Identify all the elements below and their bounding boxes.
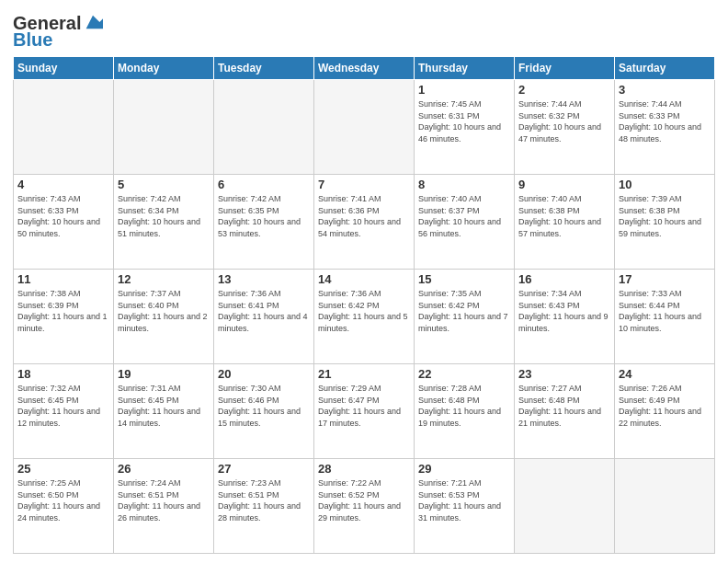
day-number: 9 xyxy=(518,178,610,191)
day-info: Sunrise: 7:26 AM Sunset: 6:49 PM Dayligh… xyxy=(619,383,711,429)
calendar-cell: 3Sunrise: 7:44 AM Sunset: 6:33 PM Daylig… xyxy=(615,80,715,175)
day-info: Sunrise: 7:28 AM Sunset: 6:48 PM Dayligh… xyxy=(418,383,510,429)
calendar-cell: 22Sunrise: 7:28 AM Sunset: 6:48 PM Dayli… xyxy=(415,364,515,459)
calendar-cell: 28Sunrise: 7:22 AM Sunset: 6:52 PM Dayli… xyxy=(314,459,415,554)
day-of-week-header: Saturday xyxy=(615,57,715,80)
day-number: 17 xyxy=(619,272,711,286)
calendar-cell: 10Sunrise: 7:39 AM Sunset: 6:38 PM Dayli… xyxy=(615,175,715,270)
calendar-cell: 11Sunrise: 7:38 AM Sunset: 6:39 PM Dayli… xyxy=(14,270,114,364)
day-number: 12 xyxy=(118,272,210,286)
day-number: 25 xyxy=(17,462,109,476)
calendar-cell xyxy=(214,80,314,175)
day-number: 26 xyxy=(118,462,210,476)
calendar-cell: 5Sunrise: 7:42 AM Sunset: 6:34 PM Daylig… xyxy=(114,175,214,270)
calendar-cell: 24Sunrise: 7:26 AM Sunset: 6:49 PM Dayli… xyxy=(615,364,715,459)
day-of-week-header: Tuesday xyxy=(214,57,314,80)
calendar-cell: 18Sunrise: 7:32 AM Sunset: 6:45 PM Dayli… xyxy=(14,364,114,459)
day-info: Sunrise: 7:38 AM Sunset: 6:39 PM Dayligh… xyxy=(17,288,109,334)
calendar-cell: 17Sunrise: 7:33 AM Sunset: 6:44 PM Dayli… xyxy=(615,270,715,364)
day-number: 24 xyxy=(619,367,711,381)
calendar-cell: 13Sunrise: 7:36 AM Sunset: 6:41 PM Dayli… xyxy=(214,270,314,364)
day-of-week-header: Monday xyxy=(114,57,214,80)
day-info: Sunrise: 7:22 AM Sunset: 6:52 PM Dayligh… xyxy=(318,477,410,523)
day-number: 21 xyxy=(318,367,410,381)
calendar-cell: 7Sunrise: 7:41 AM Sunset: 6:36 PM Daylig… xyxy=(314,175,415,270)
day-number: 4 xyxy=(17,178,109,191)
calendar-cell xyxy=(515,459,615,554)
calendar-cell: 8Sunrise: 7:40 AM Sunset: 6:37 PM Daylig… xyxy=(415,175,515,270)
day-number: 18 xyxy=(17,367,109,381)
day-number: 15 xyxy=(418,272,510,286)
calendar-cell: 19Sunrise: 7:31 AM Sunset: 6:45 PM Dayli… xyxy=(114,364,214,459)
calendar-week-row: 18Sunrise: 7:32 AM Sunset: 6:45 PM Dayli… xyxy=(14,364,715,459)
calendar-cell xyxy=(615,459,715,554)
calendar-cell: 21Sunrise: 7:29 AM Sunset: 6:47 PM Dayli… xyxy=(314,364,415,459)
day-number: 7 xyxy=(318,178,410,191)
day-info: Sunrise: 7:33 AM Sunset: 6:44 PM Dayligh… xyxy=(619,288,711,334)
header: General Blue xyxy=(13,9,715,51)
day-number: 5 xyxy=(118,178,210,191)
day-number: 29 xyxy=(418,462,510,476)
calendar-header-row: SundayMondayTuesdayWednesdayThursdayFrid… xyxy=(14,57,715,80)
day-number: 16 xyxy=(518,272,610,286)
calendar-cell: 27Sunrise: 7:23 AM Sunset: 6:51 PM Dayli… xyxy=(214,459,314,554)
calendar-cell xyxy=(14,80,114,175)
svg-marker-0 xyxy=(86,16,103,29)
calendar-cell: 29Sunrise: 7:21 AM Sunset: 6:53 PM Dayli… xyxy=(415,459,515,554)
day-info: Sunrise: 7:31 AM Sunset: 6:45 PM Dayligh… xyxy=(118,383,210,429)
day-info: Sunrise: 7:36 AM Sunset: 6:42 PM Dayligh… xyxy=(318,288,410,334)
day-info: Sunrise: 7:36 AM Sunset: 6:41 PM Dayligh… xyxy=(218,288,310,334)
day-info: Sunrise: 7:43 AM Sunset: 6:33 PM Dayligh… xyxy=(17,193,109,239)
calendar-cell: 14Sunrise: 7:36 AM Sunset: 6:42 PM Dayli… xyxy=(314,270,415,364)
calendar-cell: 16Sunrise: 7:34 AM Sunset: 6:43 PM Dayli… xyxy=(515,270,615,364)
calendar-cell: 6Sunrise: 7:42 AM Sunset: 6:35 PM Daylig… xyxy=(214,175,314,270)
calendar-cell: 15Sunrise: 7:35 AM Sunset: 6:42 PM Dayli… xyxy=(415,270,515,364)
day-number: 8 xyxy=(418,178,510,191)
day-number: 13 xyxy=(218,272,310,286)
page: General Blue SundayMondayTuesdayWednesda… xyxy=(0,0,728,563)
day-info: Sunrise: 7:40 AM Sunset: 6:38 PM Dayligh… xyxy=(518,193,610,239)
calendar-table: SundayMondayTuesdayWednesdayThursdayFrid… xyxy=(13,56,715,554)
day-of-week-header: Thursday xyxy=(415,57,515,80)
day-info: Sunrise: 7:35 AM Sunset: 6:42 PM Dayligh… xyxy=(418,288,510,334)
day-number: 22 xyxy=(418,367,510,381)
day-of-week-header: Wednesday xyxy=(314,57,415,80)
day-number: 28 xyxy=(318,462,410,476)
calendar-week-row: 11Sunrise: 7:38 AM Sunset: 6:39 PM Dayli… xyxy=(14,270,715,364)
calendar-week-row: 4Sunrise: 7:43 AM Sunset: 6:33 PM Daylig… xyxy=(14,175,715,270)
day-info: Sunrise: 7:37 AM Sunset: 6:40 PM Dayligh… xyxy=(118,288,210,334)
calendar-cell: 25Sunrise: 7:25 AM Sunset: 6:50 PM Dayli… xyxy=(14,459,114,554)
day-number: 20 xyxy=(218,367,310,381)
day-info: Sunrise: 7:34 AM Sunset: 6:43 PM Dayligh… xyxy=(518,288,610,334)
day-number: 6 xyxy=(218,178,310,191)
day-info: Sunrise: 7:32 AM Sunset: 6:45 PM Dayligh… xyxy=(17,383,109,429)
day-info: Sunrise: 7:44 AM Sunset: 6:33 PM Dayligh… xyxy=(619,98,711,144)
day-number: 11 xyxy=(17,272,109,286)
day-info: Sunrise: 7:41 AM Sunset: 6:36 PM Dayligh… xyxy=(318,193,410,239)
calendar-cell: 26Sunrise: 7:24 AM Sunset: 6:51 PM Dayli… xyxy=(114,459,214,554)
day-info: Sunrise: 7:40 AM Sunset: 6:37 PM Dayligh… xyxy=(418,193,510,239)
day-info: Sunrise: 7:25 AM Sunset: 6:50 PM Dayligh… xyxy=(17,477,109,523)
day-info: Sunrise: 7:30 AM Sunset: 6:46 PM Dayligh… xyxy=(218,383,310,429)
day-of-week-header: Friday xyxy=(515,57,615,80)
day-info: Sunrise: 7:21 AM Sunset: 6:53 PM Dayligh… xyxy=(418,477,510,523)
day-info: Sunrise: 7:29 AM Sunset: 6:47 PM Dayligh… xyxy=(318,383,410,429)
logo: General Blue xyxy=(13,13,103,51)
day-number: 1 xyxy=(418,83,510,97)
day-number: 10 xyxy=(619,178,711,191)
logo-icon xyxy=(83,12,103,32)
day-info: Sunrise: 7:27 AM Sunset: 6:48 PM Dayligh… xyxy=(518,383,610,429)
calendar-cell: 4Sunrise: 7:43 AM Sunset: 6:33 PM Daylig… xyxy=(14,175,114,270)
day-info: Sunrise: 7:42 AM Sunset: 6:35 PM Dayligh… xyxy=(218,193,310,239)
calendar-cell xyxy=(114,80,214,175)
day-info: Sunrise: 7:42 AM Sunset: 6:34 PM Dayligh… xyxy=(118,193,210,239)
calendar-cell: 2Sunrise: 7:44 AM Sunset: 6:32 PM Daylig… xyxy=(515,80,615,175)
day-number: 14 xyxy=(318,272,410,286)
calendar-week-row: 1Sunrise: 7:45 AM Sunset: 6:31 PM Daylig… xyxy=(14,80,715,175)
day-number: 2 xyxy=(518,83,610,97)
calendar-cell: 20Sunrise: 7:30 AM Sunset: 6:46 PM Dayli… xyxy=(214,364,314,459)
day-number: 3 xyxy=(619,83,711,97)
day-info: Sunrise: 7:45 AM Sunset: 6:31 PM Dayligh… xyxy=(418,98,510,144)
day-info: Sunrise: 7:39 AM Sunset: 6:38 PM Dayligh… xyxy=(619,193,711,239)
calendar-cell: 9Sunrise: 7:40 AM Sunset: 6:38 PM Daylig… xyxy=(515,175,615,270)
